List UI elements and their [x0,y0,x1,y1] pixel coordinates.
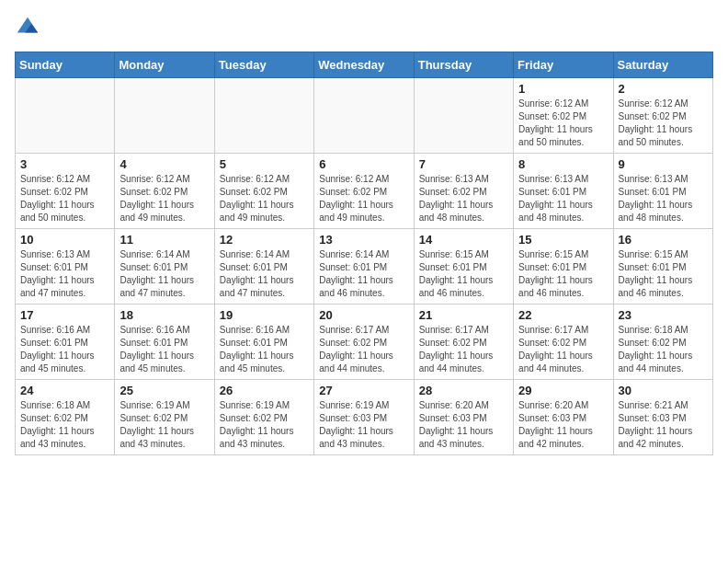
day-info: Sunrise: 6:12 AM Sunset: 6:02 PM Dayligh… [220,173,309,224]
day-number: 17 [20,308,109,322]
day-number: 10 [20,233,109,247]
day-info: Sunrise: 6:15 AM Sunset: 6:01 PM Dayligh… [419,248,508,300]
calendar-cell: 16Sunrise: 6:15 AM Sunset: 6:01 PM Dayli… [613,229,712,304]
calendar-cell [115,78,214,154]
logo-icon [15,15,40,40]
calendar-cell: 1Sunrise: 6:12 AM Sunset: 6:02 PM Daylig… [514,78,613,154]
calendar-header-monday: Monday [115,52,214,78]
calendar-cell: 19Sunrise: 6:16 AM Sunset: 6:01 PM Dayli… [214,304,313,380]
calendar-cell: 13Sunrise: 6:14 AM Sunset: 6:01 PM Dayli… [314,229,414,304]
day-number: 5 [220,157,309,171]
day-info: Sunrise: 6:12 AM Sunset: 6:02 PM Dayligh… [319,173,408,224]
calendar-header-tuesday: Tuesday [214,52,313,78]
calendar-cell: 7Sunrise: 6:13 AM Sunset: 6:02 PM Daylig… [414,154,513,229]
day-info: Sunrise: 6:19 AM Sunset: 6:03 PM Dayligh… [319,399,408,451]
day-info: Sunrise: 6:12 AM Sunset: 6:02 PM Dayligh… [518,98,608,149]
calendar-cell [16,78,115,154]
calendar-cell: 5Sunrise: 6:12 AM Sunset: 6:02 PM Daylig… [214,154,313,229]
day-number: 12 [220,233,309,247]
day-number: 4 [119,157,209,171]
day-number: 3 [20,157,109,171]
day-info: Sunrise: 6:12 AM Sunset: 6:02 PM Dayligh… [619,98,708,149]
calendar-cell: 20Sunrise: 6:17 AM Sunset: 6:02 PM Dayli… [314,304,414,380]
calendar-cell: 22Sunrise: 6:17 AM Sunset: 6:02 PM Dayli… [514,304,613,380]
day-info: Sunrise: 6:14 AM Sunset: 6:01 PM Dayligh… [119,248,209,300]
day-number: 19 [220,308,309,322]
calendar-week-row: 24Sunrise: 6:18 AM Sunset: 6:02 PM Dayli… [16,380,713,455]
day-info: Sunrise: 6:14 AM Sunset: 6:01 PM Dayligh… [319,248,408,300]
day-number: 28 [419,384,508,397]
calendar-header-saturday: Saturday [613,52,712,78]
day-info: Sunrise: 6:15 AM Sunset: 6:01 PM Dayligh… [518,248,608,300]
day-number: 30 [619,384,708,397]
calendar-cell: 29Sunrise: 6:20 AM Sunset: 6:03 PM Dayli… [514,380,613,455]
calendar-week-row: 1Sunrise: 6:12 AM Sunset: 6:02 PM Daylig… [16,78,713,154]
calendar-cell: 17Sunrise: 6:16 AM Sunset: 6:01 PM Dayli… [16,304,115,380]
day-info: Sunrise: 6:16 AM Sunset: 6:01 PM Dayligh… [119,324,209,375]
calendar-header-friday: Friday [514,52,613,78]
day-number: 20 [319,308,408,322]
day-number: 16 [619,233,708,247]
day-info: Sunrise: 6:13 AM Sunset: 6:02 PM Dayligh… [419,173,508,224]
calendar-cell: 9Sunrise: 6:13 AM Sunset: 6:01 PM Daylig… [613,154,712,229]
day-info: Sunrise: 6:18 AM Sunset: 6:02 PM Dayligh… [619,324,708,375]
day-number: 25 [119,384,209,397]
calendar-week-row: 3Sunrise: 6:12 AM Sunset: 6:02 PM Daylig… [16,154,713,229]
calendar-cell: 11Sunrise: 6:14 AM Sunset: 6:01 PM Dayli… [115,229,214,304]
calendar-cell: 21Sunrise: 6:17 AM Sunset: 6:02 PM Dayli… [414,304,513,380]
day-info: Sunrise: 6:13 AM Sunset: 6:01 PM Dayligh… [20,248,109,300]
day-number: 22 [518,308,608,322]
day-number: 14 [419,233,508,247]
calendar-week-row: 17Sunrise: 6:16 AM Sunset: 6:01 PM Dayli… [16,304,713,380]
day-number: 2 [619,82,708,96]
calendar-cell: 10Sunrise: 6:13 AM Sunset: 6:01 PM Dayli… [16,229,115,304]
page-header [15,15,713,40]
day-number: 27 [319,384,408,397]
day-info: Sunrise: 6:19 AM Sunset: 6:02 PM Dayligh… [220,399,309,451]
calendar-cell: 26Sunrise: 6:19 AM Sunset: 6:02 PM Dayli… [214,380,313,455]
day-info: Sunrise: 6:12 AM Sunset: 6:02 PM Dayligh… [119,173,209,224]
calendar-cell: 15Sunrise: 6:15 AM Sunset: 6:01 PM Dayli… [514,229,613,304]
day-info: Sunrise: 6:20 AM Sunset: 6:03 PM Dayligh… [518,399,608,451]
calendar-cell: 30Sunrise: 6:21 AM Sunset: 6:03 PM Dayli… [613,380,712,455]
day-info: Sunrise: 6:13 AM Sunset: 6:01 PM Dayligh… [619,173,708,224]
calendar-cell: 8Sunrise: 6:13 AM Sunset: 6:01 PM Daylig… [514,154,613,229]
day-number: 29 [518,384,608,397]
day-info: Sunrise: 6:17 AM Sunset: 6:02 PM Dayligh… [419,324,508,375]
calendar-cell: 27Sunrise: 6:19 AM Sunset: 6:03 PM Dayli… [314,380,414,455]
calendar-header-wednesday: Wednesday [314,52,414,78]
calendar-cell: 3Sunrise: 6:12 AM Sunset: 6:02 PM Daylig… [16,154,115,229]
day-info: Sunrise: 6:17 AM Sunset: 6:02 PM Dayligh… [518,324,608,375]
calendar-cell: 6Sunrise: 6:12 AM Sunset: 6:02 PM Daylig… [314,154,414,229]
calendar-cell [214,78,313,154]
logo [15,15,44,40]
day-number: 26 [220,384,309,397]
calendar-cell: 2Sunrise: 6:12 AM Sunset: 6:02 PM Daylig… [613,78,712,154]
day-info: Sunrise: 6:12 AM Sunset: 6:02 PM Dayligh… [20,173,109,224]
calendar-header-thursday: Thursday [414,52,513,78]
day-info: Sunrise: 6:16 AM Sunset: 6:01 PM Dayligh… [220,324,309,375]
day-number: 18 [119,308,209,322]
day-number: 21 [419,308,508,322]
calendar-header-sunday: Sunday [16,52,115,78]
day-info: Sunrise: 6:17 AM Sunset: 6:02 PM Dayligh… [319,324,408,375]
calendar-table: SundayMondayTuesdayWednesdayThursdayFrid… [15,52,713,455]
calendar-cell [314,78,414,154]
day-info: Sunrise: 6:19 AM Sunset: 6:02 PM Dayligh… [119,399,209,451]
calendar-cell [414,78,513,154]
day-number: 13 [319,233,408,247]
calendar-cell: 18Sunrise: 6:16 AM Sunset: 6:01 PM Dayli… [115,304,214,380]
calendar-header-row: SundayMondayTuesdayWednesdayThursdayFrid… [16,52,713,78]
calendar-cell: 28Sunrise: 6:20 AM Sunset: 6:03 PM Dayli… [414,380,513,455]
calendar-week-row: 10Sunrise: 6:13 AM Sunset: 6:01 PM Dayli… [16,229,713,304]
calendar-cell: 23Sunrise: 6:18 AM Sunset: 6:02 PM Dayli… [613,304,712,380]
day-number: 9 [619,157,708,171]
day-number: 8 [518,157,608,171]
calendar-cell: 14Sunrise: 6:15 AM Sunset: 6:01 PM Dayli… [414,229,513,304]
day-info: Sunrise: 6:16 AM Sunset: 6:01 PM Dayligh… [20,324,109,375]
day-number: 23 [619,308,708,322]
day-number: 24 [20,384,109,397]
day-number: 7 [419,157,508,171]
day-info: Sunrise: 6:20 AM Sunset: 6:03 PM Dayligh… [419,399,508,451]
day-number: 1 [518,82,608,96]
